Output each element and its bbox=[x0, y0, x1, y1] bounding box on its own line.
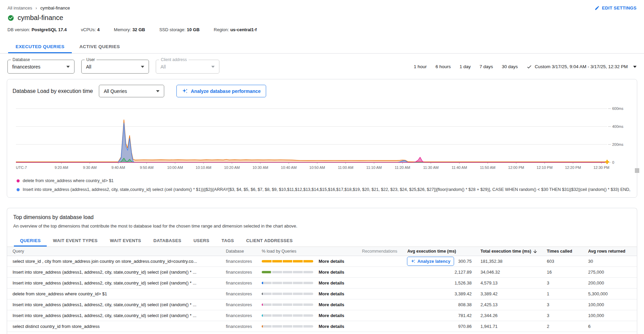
times-called-cell: 1 bbox=[547, 291, 588, 296]
analyze-database-performance-label: Analyze database performance bbox=[191, 89, 260, 94]
database-cell: financestores bbox=[226, 280, 262, 286]
more-details-link[interactable]: More details bbox=[319, 270, 344, 275]
database-load-card: Database Load by execution time All Quer… bbox=[7, 79, 637, 198]
time-option-1-hour[interactable]: 1 hour bbox=[414, 64, 427, 69]
total-execution-time-cell: 3,389.42 bbox=[480, 291, 547, 296]
legend-dot bbox=[17, 179, 20, 182]
legend-dot bbox=[17, 188, 20, 191]
main-tab-bar: EXECUTED QUERIESACTIVE QUERIES bbox=[0, 40, 644, 54]
chart-legend: delete from store_address where country_… bbox=[13, 176, 631, 194]
svg-text:200ms: 200ms bbox=[612, 142, 624, 146]
sparkle-icon bbox=[182, 88, 188, 94]
avg-execution-time-value: 3,389.42 bbox=[454, 291, 472, 296]
svg-text:10:40 AM: 10:40 AM bbox=[281, 165, 297, 170]
table-row: select store_id , city from store_addres… bbox=[7, 256, 637, 267]
times-called-cell: 3 bbox=[547, 280, 588, 286]
svg-text:12:30 PM: 12:30 PM bbox=[594, 165, 609, 170]
analyze-database-performance-button[interactable]: Analyze database performance bbox=[176, 85, 266, 97]
times-called-cell: 603 bbox=[547, 259, 588, 264]
tab-active-queries[interactable]: ACTIVE QUERIES bbox=[72, 40, 127, 53]
dimension-tab-databases[interactable]: DATABASES bbox=[147, 235, 188, 247]
custom-time-range-picker[interactable]: Custom 3/17/25, 9:04 AM - 3/17/25, 12:32… bbox=[527, 64, 637, 70]
table-row: Insert into store_address (address1, add… bbox=[7, 267, 637, 278]
dimension-tab-wait-events[interactable]: WAIT EVENTS bbox=[104, 235, 147, 247]
total-execution-time-cell: 4,579.13 bbox=[480, 280, 547, 286]
svg-text:9:50 AM: 9:50 AM bbox=[140, 165, 153, 170]
dimension-tab-wait-event-types[interactable]: WAIT EVENT TYPES bbox=[47, 235, 104, 247]
filter-bar: DatabasefinancestoresUserAllClient addre… bbox=[0, 54, 644, 77]
more-details-link[interactable]: More details bbox=[319, 280, 344, 286]
more-details-link[interactable]: More details bbox=[319, 313, 344, 318]
column-header-rows: Avg rows returned bbox=[588, 249, 631, 254]
select-value: All bbox=[86, 64, 91, 70]
instance-info-item: DB version:PostgreSQL 17.4 bbox=[7, 27, 67, 32]
avg-rows-returned-cell: 100,000 bbox=[588, 302, 631, 307]
query-cell: Insert into store_address (address1, add… bbox=[13, 313, 226, 318]
load-bar bbox=[262, 293, 313, 295]
user-select[interactable]: UserAll bbox=[81, 60, 149, 74]
instance-info-item: vCPUs:4 bbox=[81, 27, 100, 32]
column-header-load: % load by Queries bbox=[262, 249, 362, 254]
column-header-total[interactable]: Total execution time (ms) bbox=[480, 249, 547, 254]
more-details-link[interactable]: More details bbox=[319, 291, 344, 296]
column-header-query: Query bbox=[13, 249, 226, 254]
svg-text:10:00 AM: 10:00 AM bbox=[167, 165, 183, 170]
database-cell: financestores bbox=[226, 259, 262, 264]
chevron-down-icon bbox=[156, 90, 159, 92]
database-load-chart: 0200ms400ms600ms9:20 AM9:30 AM9:40 AM9:5… bbox=[13, 99, 631, 175]
healthy-status-icon bbox=[7, 15, 14, 21]
database-select[interactable]: Databasefinancestores bbox=[7, 60, 74, 74]
legend-item: delete from store_address where country_… bbox=[17, 176, 631, 185]
time-option-1-day[interactable]: 1 day bbox=[459, 64, 471, 69]
dimension-tab-users[interactable]: USERS bbox=[188, 235, 216, 247]
avg-execution-time-value: 1,526.38 bbox=[454, 280, 472, 286]
avg-execution-time-cell: 781.42 bbox=[407, 313, 480, 318]
svg-text:9:20 AM: 9:20 AM bbox=[55, 165, 68, 170]
svg-text:10:30 AM: 10:30 AM bbox=[253, 165, 268, 170]
svg-text:UTC-7: UTC-7 bbox=[16, 165, 27, 170]
dimension-tab-queries[interactable]: QUERIES bbox=[14, 235, 47, 247]
query-cell: select distinct country_id from store_ad… bbox=[13, 324, 226, 329]
query-filter-select[interactable]: All Queries bbox=[99, 85, 164, 97]
database-cell: financestores bbox=[226, 270, 262, 275]
load-bar bbox=[262, 303, 313, 306]
time-option-6-hours[interactable]: 6 hours bbox=[435, 64, 451, 69]
page-title: cymbal-finance bbox=[18, 14, 63, 22]
pencil-icon bbox=[595, 5, 600, 11]
avg-rows-returned-cell: 275,000 bbox=[588, 270, 631, 275]
scrollbar-thumb[interactable] bbox=[635, 168, 639, 173]
analyze-latency-button[interactable]: Analyze latency bbox=[407, 257, 454, 266]
more-details-link[interactable]: More details bbox=[319, 324, 344, 329]
tab-executed-queries[interactable]: EXECUTED QUERIES bbox=[8, 40, 72, 53]
time-range-bar: 1 hour6 hours1 day7 days30 daysCustom 3/… bbox=[414, 64, 637, 70]
select-label: Database bbox=[11, 57, 31, 62]
client-address-select: Client addressAll bbox=[156, 60, 219, 74]
svg-text:10:50 AM: 10:50 AM bbox=[309, 165, 325, 170]
top-dimensions-title: Top dimensions by database load bbox=[7, 214, 637, 220]
load-cell: More details bbox=[262, 291, 362, 296]
svg-text:11:30 AM: 11:30 AM bbox=[423, 165, 439, 170]
load-bar bbox=[262, 271, 313, 273]
times-called-cell: 3 bbox=[547, 302, 588, 307]
dimension-tab-tags[interactable]: TAGS bbox=[215, 235, 240, 247]
query-filter-value: All Queries bbox=[104, 89, 127, 94]
avg-rows-returned-cell: 100,000 bbox=[588, 313, 631, 318]
edit-settings-button[interactable]: EDIT SETTINGS bbox=[595, 5, 637, 11]
time-option-7-days[interactable]: 7 days bbox=[479, 64, 493, 69]
database-cell: financestores bbox=[226, 313, 262, 318]
time-option-30-days[interactable]: 30 days bbox=[502, 64, 518, 69]
select-value: All bbox=[160, 64, 166, 70]
total-execution-time-cell: 181,352.38 bbox=[480, 259, 547, 264]
svg-text:600ms: 600ms bbox=[612, 106, 624, 111]
select-label: Client address bbox=[159, 57, 189, 62]
load-bar bbox=[262, 282, 313, 284]
total-execution-time-cell: 1,941.71 bbox=[480, 324, 547, 329]
dimension-tab-client-addresses[interactable]: CLIENT ADDRESSES bbox=[240, 235, 299, 247]
query-cell: Insert into store_address (address1, add… bbox=[13, 280, 226, 286]
total-execution-time-cell: 2,344.26 bbox=[480, 313, 547, 318]
more-details-link[interactable]: More details bbox=[319, 259, 344, 264]
chart-end-marker bbox=[605, 160, 609, 164]
breadcrumb-all-instances[interactable]: All instances bbox=[7, 5, 32, 11]
instance-info-item: SSD storage:10 GB bbox=[159, 27, 199, 32]
more-details-link[interactable]: More details bbox=[319, 302, 344, 307]
